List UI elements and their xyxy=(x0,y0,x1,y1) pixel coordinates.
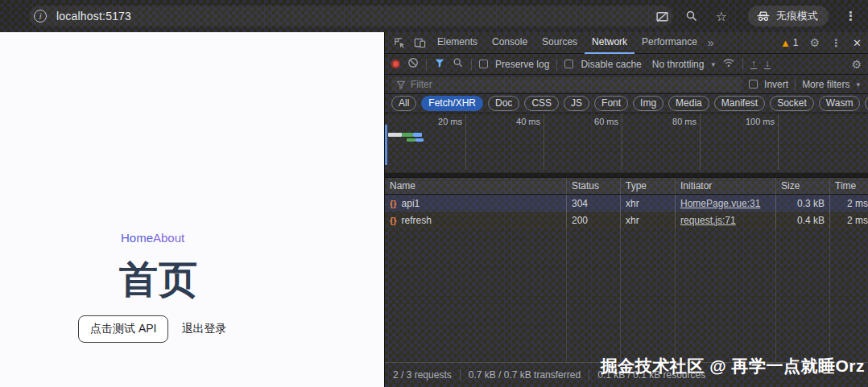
nav-link-about[interactable]: About xyxy=(153,231,184,245)
initiator-link[interactable]: HomePage.vue:31 xyxy=(680,198,760,209)
warning-count: 1 xyxy=(793,37,799,48)
requests-table-body: {} api1 304 xhr HomePage.vue:31 0.3 kB 2… xyxy=(385,195,868,362)
devtools-tabbar: Elements Console Sources Network Perform… xyxy=(385,32,868,54)
throttling-select[interactable]: No throttling xyxy=(652,59,705,70)
more-filters-button[interactable]: More filters xyxy=(802,79,849,90)
browser-address-bar: i localhost:5173 ☆ 无痕模式 ⋮ xyxy=(0,0,868,32)
url-text[interactable]: localhost:5173 xyxy=(56,10,131,23)
waterfall-bar xyxy=(388,133,402,137)
network-settings-icon[interactable]: ⚙ xyxy=(851,58,862,71)
warning-icon: ▲ xyxy=(780,37,791,49)
watermark-text: 掘金技术社区 @ 再学一点就睡Orz xyxy=(601,355,865,377)
chip-all[interactable]: All xyxy=(391,96,416,111)
request-size: 0.4 kB xyxy=(775,212,829,228)
col-size[interactable]: Size xyxy=(775,178,829,194)
export-har-icon[interactable]: ↓ xyxy=(764,60,771,69)
xhr-braces-icon: {} xyxy=(390,216,397,225)
request-name: refresh xyxy=(402,215,432,226)
filter-funnel-icon xyxy=(396,80,406,89)
invert-checkbox[interactable] xyxy=(749,80,758,89)
screen-share-off-icon[interactable] xyxy=(655,10,669,23)
summary-requests: 2 / 3 requests xyxy=(393,369,452,381)
tab-performance[interactable]: Performance xyxy=(634,32,705,54)
filter-input[interactable]: Filter xyxy=(391,77,742,92)
tab-network[interactable]: Network xyxy=(585,32,634,54)
devtools-settings-icon[interactable]: ⚙ xyxy=(810,36,820,49)
waterfall-bar xyxy=(415,138,424,142)
preserve-log-checkbox[interactable] xyxy=(479,60,488,68)
site-info-icon[interactable]: i xyxy=(34,10,47,23)
requests-table-header: Name Status Type Initiator Size Time xyxy=(385,178,868,195)
inspect-element-icon[interactable] xyxy=(394,37,406,49)
col-status[interactable]: Status xyxy=(566,178,620,194)
col-name[interactable]: Name xyxy=(385,178,566,194)
device-toolbar-icon[interactable] xyxy=(414,37,426,49)
chip-fetch-xhr[interactable]: Fetch/XHR xyxy=(421,96,483,111)
table-row[interactable]: {} refresh 200 xhr request.js:71 0.4 kB … xyxy=(385,212,868,228)
tab-elements[interactable]: Elements xyxy=(430,32,485,54)
waterfall-bar xyxy=(402,133,413,137)
overview-drag-handle[interactable] xyxy=(385,125,387,165)
initiator-link[interactable]: request.js:71 xyxy=(680,215,736,226)
summary-transferred: 0.7 kB / 0.7 kB transferred xyxy=(469,369,581,381)
preserve-log-label[interactable]: Preserve log xyxy=(495,59,549,70)
request-status: 304 xyxy=(566,195,620,212)
chip-img[interactable]: Img xyxy=(633,96,663,111)
page-title: 首页 xyxy=(119,254,198,306)
chip-css[interactable]: CSS xyxy=(524,96,559,111)
screenshot-root: i localhost:5173 ☆ 无痕模式 ⋮ Home xyxy=(0,0,868,387)
request-type: xhr xyxy=(620,212,675,228)
bookmark-star-icon[interactable]: ☆ xyxy=(716,9,727,24)
more-tabs-icon[interactable]: » xyxy=(708,36,714,49)
request-type: xhr xyxy=(620,195,675,212)
network-overview-timeline[interactable]: 20 ms 40 ms 60 ms 80 ms 100 ms xyxy=(385,113,868,178)
chip-manifest[interactable]: Manifest xyxy=(714,96,765,111)
waterfall-bar xyxy=(413,133,422,137)
request-name: api1 xyxy=(402,198,420,209)
tick-60ms: 60 ms xyxy=(573,117,618,126)
filter-placeholder: Filter xyxy=(411,79,432,90)
tick-20ms: 20 ms xyxy=(417,117,462,126)
network-filter-row: Filter Invert More filters ▾ xyxy=(385,75,868,94)
logout-button[interactable]: 退出登录 xyxy=(176,316,231,342)
chip-media[interactable]: Media xyxy=(668,96,709,111)
tick-100ms: 100 ms xyxy=(730,117,775,126)
incognito-icon xyxy=(756,10,771,23)
issues-badge[interactable]: ▲ 1 xyxy=(780,37,799,49)
tab-console[interactable]: Console xyxy=(485,32,535,54)
tab-sources[interactable]: Sources xyxy=(535,32,585,54)
clear-network-log-icon[interactable] xyxy=(407,57,419,71)
incognito-badge[interactable]: 无痕模式 xyxy=(748,6,829,27)
col-time[interactable]: Time xyxy=(829,178,868,194)
disable-cache-checkbox[interactable] xyxy=(564,60,573,68)
chip-js[interactable]: JS xyxy=(564,96,589,111)
incognito-label: 无痕模式 xyxy=(776,9,818,23)
network-conditions-icon[interactable] xyxy=(722,57,735,71)
page-nav: HomeAbout xyxy=(121,231,184,245)
filter-icon[interactable] xyxy=(434,57,445,71)
throttling-caret-icon: ▾ xyxy=(711,60,715,68)
chip-other[interactable]: Other xyxy=(865,96,868,111)
xhr-braces-icon: {} xyxy=(390,199,397,208)
disable-cache-label[interactable]: Disable cache xyxy=(581,59,641,70)
test-api-button[interactable]: 点击测试 API xyxy=(78,315,168,343)
chip-font[interactable]: Font xyxy=(594,96,628,111)
col-type[interactable]: Type xyxy=(620,178,675,194)
nav-link-home[interactable]: Home xyxy=(121,231,153,245)
table-row[interactable]: {} api1 304 xhr HomePage.vue:31 0.3 kB 2… xyxy=(385,195,868,212)
import-har-icon[interactable]: ↑ xyxy=(750,60,757,69)
request-type-chips: All Fetch/XHR Doc CSS JS Font Img Media … xyxy=(385,94,868,113)
chip-socket[interactable]: Socket xyxy=(770,96,814,111)
devtools-menu-icon[interactable]: ⋮ xyxy=(831,37,841,49)
invert-label[interactable]: Invert xyxy=(764,79,788,90)
col-initiator[interactable]: Initiator xyxy=(675,178,775,194)
chip-wasm[interactable]: Wasm xyxy=(819,96,861,111)
record-network-log-button[interactable] xyxy=(391,60,400,68)
search-network-icon[interactable] xyxy=(453,57,464,71)
chip-doc[interactable]: Doc xyxy=(488,96,519,111)
browser-menu-icon[interactable]: ⋮ xyxy=(845,9,857,23)
tick-40ms: 40 ms xyxy=(495,117,540,126)
devtools-close-icon[interactable]: ✕ xyxy=(853,37,862,49)
network-toolbar: Preserve log Disable cache No throttling… xyxy=(385,54,868,75)
search-icon[interactable] xyxy=(685,10,698,23)
